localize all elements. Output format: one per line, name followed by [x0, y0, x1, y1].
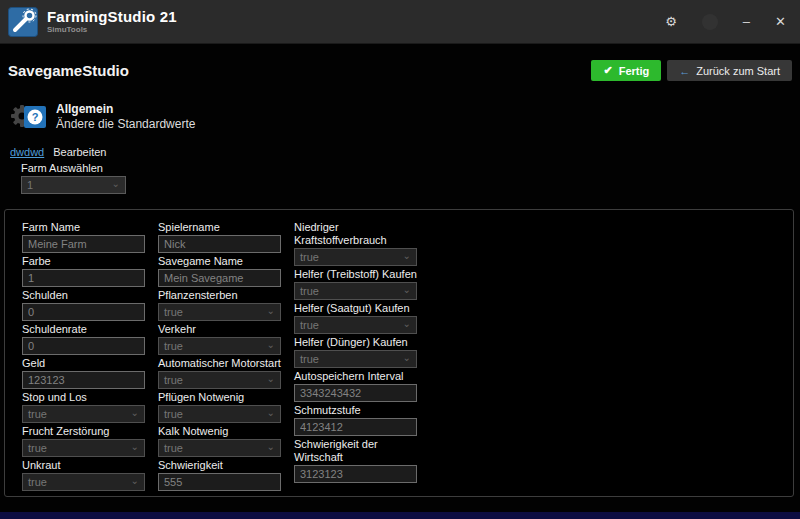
field-frucht-zerstoerung: Frucht Zerstörung true ⌄ — [22, 425, 145, 457]
chevron-down-icon: ⌄ — [403, 285, 411, 295]
field-schwierigkeit-der-wirtschaft: Schwierigkeit der Wirtschaft — [294, 438, 417, 483]
spielername-input[interactable] — [158, 235, 281, 253]
verkehr-select[interactable]: true ⌄ — [158, 337, 281, 355]
chevron-down-icon: ⌄ — [131, 476, 139, 486]
settings-form-panel: Farm Name Farbe Schulden Schuldenrate Ge… — [4, 209, 794, 497]
field-pflanzensterben: Pflanzensterben true ⌄ — [158, 289, 281, 321]
bottom-accent-bar — [0, 512, 800, 519]
form-column-3: Niedriger Kraftstoffverbrauch true ⌄ Hel… — [294, 221, 417, 496]
schwierigkeit-input[interactable] — [158, 473, 281, 491]
farm-select-value: 1 — [27, 179, 33, 191]
autospeichern-interval-label: Autospeichern Interval — [294, 370, 417, 383]
verkehr-label: Verkehr — [158, 323, 281, 336]
field-pfluegen-notwenig: Pflügen Notwenig true ⌄ — [158, 391, 281, 423]
app-title: FarmingStudio 21 — [47, 9, 177, 25]
chevron-down-icon: ⌄ — [131, 442, 139, 452]
field-schulden: Schulden — [22, 289, 145, 321]
chevron-down-icon: ⌄ — [403, 353, 411, 363]
bearbeiten-label: Bearbeiten — [53, 146, 106, 158]
field-schmutzstufe: Schmutzstufe — [294, 404, 417, 436]
select-value: true — [164, 374, 183, 386]
schwierigkeit-der-wirtschaft-input[interactable] — [294, 465, 417, 483]
select-value: true — [300, 353, 319, 365]
schmutzstufe-input[interactable] — [294, 418, 417, 436]
select-value: true — [300, 251, 319, 263]
field-savegame-name: Savegame Name — [158, 255, 281, 287]
spielername-label: Spielername — [158, 221, 281, 234]
automatischer-motorstart-select[interactable]: true ⌄ — [158, 371, 281, 389]
form-column-2: Spielername Savegame Name Pflanzensterbe… — [158, 221, 281, 496]
titlebar: FarmingStudio 21 SimuTools ⚙ – ✕ — [0, 0, 800, 44]
helfer-saatgut-kaufen-select[interactable]: true ⌄ — [294, 316, 417, 334]
close-icon[interactable]: ✕ — [775, 15, 786, 28]
field-stop-und-los: Stop und Los true ⌄ — [22, 391, 145, 423]
field-spielername: Spielername — [158, 221, 281, 253]
geld-label: Geld — [22, 357, 145, 370]
minimize-icon[interactable]: – — [743, 15, 750, 28]
back-to-start-button[interactable]: ← Zurück zum Start — [667, 60, 792, 81]
pflanzensterben-select[interactable]: true ⌄ — [158, 303, 281, 321]
settings-gear-icon[interactable]: ⚙ — [665, 15, 677, 28]
helfer-duenger-kaufen-select[interactable]: true ⌄ — [294, 350, 417, 368]
field-automatischer-motorstart: Automatischer Motorstart true ⌄ — [158, 357, 281, 389]
schwierigkeit-der-wirtschaft-label: Schwierigkeit der Wirtschaft — [294, 438, 417, 464]
chevron-down-icon: ⌄ — [112, 179, 120, 189]
app-subtitle: SimuTools — [47, 25, 177, 35]
farm-select[interactable]: 1 ⌄ — [21, 176, 126, 194]
chevron-down-icon: ⌄ — [267, 340, 275, 350]
savegame-name-link[interactable]: dwdwd — [10, 146, 44, 158]
pfluegen-notwenig-label: Pflügen Notwenig — [158, 391, 281, 404]
helfer-treibstoff-kaufen-select[interactable]: true ⌄ — [294, 282, 417, 300]
helfer-duenger-kaufen-label: Helfer (Dünger) Kaufen — [294, 336, 417, 349]
fertig-button[interactable]: ✔ Fertig — [591, 60, 661, 81]
field-unkraut: Unkraut true ⌄ — [22, 459, 145, 491]
field-autospeichern-interval: Autospeichern Interval — [294, 370, 417, 402]
field-niedriger-kraftstoffverbrauch: Niedriger Kraftstoffverbrauch true ⌄ — [294, 221, 417, 266]
automatischer-motorstart-label: Automatischer Motorstart — [158, 357, 281, 370]
select-value: true — [300, 319, 319, 331]
stop-und-los-select[interactable]: true ⌄ — [22, 405, 145, 423]
select-value: true — [28, 476, 47, 488]
savegame-name-input[interactable] — [158, 269, 281, 287]
allgemein-gear-question-icon: ? — [8, 96, 48, 136]
chevron-down-icon: ⌄ — [131, 408, 139, 418]
pfluegen-notwenig-select[interactable]: true ⌄ — [158, 405, 281, 423]
kalk-notwenig-select[interactable]: true ⌄ — [158, 439, 281, 457]
svg-text:?: ? — [32, 111, 39, 123]
niedriger-kraftstoffverbrauch-select[interactable]: true ⌄ — [294, 248, 417, 266]
autospeichern-interval-input[interactable] — [294, 384, 417, 402]
chevron-down-icon: ⌄ — [267, 374, 275, 384]
field-farm-name: Farm Name — [22, 221, 145, 253]
schulden-input[interactable] — [22, 303, 145, 321]
frucht-zerstoerung-select[interactable]: true ⌄ — [22, 439, 145, 457]
helfer-saatgut-kaufen-label: Helfer (Saatgut) Kaufen — [294, 302, 417, 315]
schuldenrate-input[interactable] — [22, 337, 145, 355]
pflanzensterben-label: Pflanzensterben — [158, 289, 281, 302]
geld-input[interactable] — [22, 371, 145, 389]
main-content: SavegameStudio ✔ Fertig ← Zurück zum Sta… — [0, 44, 800, 519]
farm-select-label: Farm Auswählen — [21, 162, 126, 175]
field-schwierigkeit: Schwierigkeit — [158, 459, 281, 491]
stop-und-los-label: Stop und Los — [22, 391, 145, 404]
farbe-input[interactable] — [22, 269, 145, 287]
page-title: SavegameStudio — [8, 62, 129, 79]
savegame-name-label: Savegame Name — [158, 255, 281, 268]
field-helfer-duenger-kaufen: Helfer (Dünger) Kaufen true ⌄ — [294, 336, 417, 368]
chevron-down-icon: ⌄ — [403, 319, 411, 329]
farm-name-input[interactable] — [22, 235, 145, 253]
schmutzstufe-label: Schmutzstufe — [294, 404, 417, 417]
field-helfer-treibstoff-kaufen: Helfer (Treibstoff) Kaufen true ⌄ — [294, 268, 417, 300]
farbe-label: Farbe — [22, 255, 145, 268]
niedriger-kraftstoffverbrauch-label: Niedriger Kraftstoffverbrauch — [294, 221, 417, 247]
form-column-1: Farm Name Farbe Schulden Schuldenrate Ge… — [22, 221, 145, 496]
unkraut-select[interactable]: true ⌄ — [22, 473, 145, 491]
select-value: true — [28, 442, 47, 454]
select-value: true — [164, 408, 183, 420]
select-value: true — [164, 442, 183, 454]
field-kalk-notwenig: Kalk Notwenig true ⌄ — [158, 425, 281, 457]
select-value: true — [28, 408, 47, 420]
field-schuldenrate: Schuldenrate — [22, 323, 145, 355]
field-helfer-saatgut-kaufen: Helfer (Saatgut) Kaufen true ⌄ — [294, 302, 417, 334]
back-arrow-icon: ← — [679, 65, 690, 77]
frucht-zerstoerung-label: Frucht Zerstörung — [22, 425, 145, 438]
